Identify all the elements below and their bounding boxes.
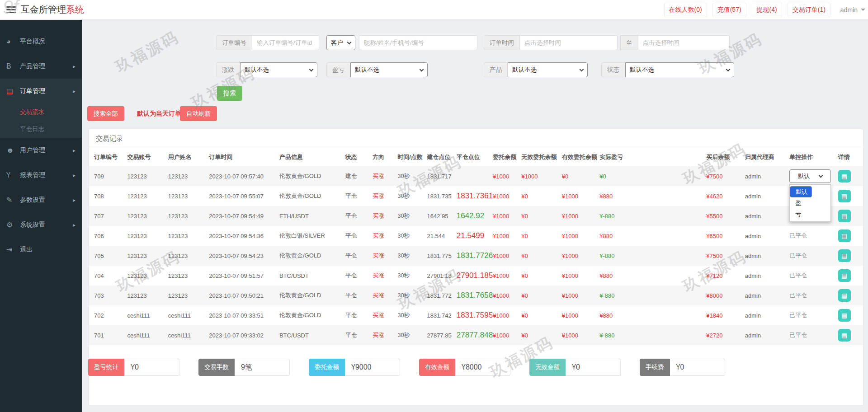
updown-select[interactable]: 默认不选 xyxy=(240,62,317,77)
detail-button[interactable]: ▤ xyxy=(838,249,851,262)
column-header: 无效委托余额 xyxy=(521,148,561,166)
header-link-withdraw[interactable]: 提现(4) xyxy=(752,3,782,17)
list-icon: ▤ xyxy=(841,232,847,239)
column-header: 有效委托余额 xyxy=(562,148,599,166)
customer-type-select[interactable]: 客户 xyxy=(326,35,355,50)
pl-label: 盈亏 xyxy=(326,62,350,77)
detail-button[interactable]: ▤ xyxy=(838,190,851,202)
cell-valid: ¥1000 xyxy=(562,266,599,286)
cell-invalid: ¥0 xyxy=(521,286,561,305)
header-link-trade-orders[interactable]: 交易订单(1) xyxy=(788,3,830,17)
cell-time: 2023-10-07 09:54:49 xyxy=(209,206,279,226)
logout-icon: ⇥ xyxy=(6,245,20,254)
time-start-input[interactable] xyxy=(520,35,618,50)
cell-invalid: ¥0 xyxy=(521,206,561,226)
cell-after: ¥8000 xyxy=(706,286,745,305)
table-header-row: 订单编号交易账号用户姓名订单时间产品信息状态方向时间/点数建仓点位平仓点位委托余… xyxy=(89,148,863,166)
chevron-right-icon: ▸ xyxy=(73,222,75,228)
chevron-right-icon: ▸ xyxy=(73,197,75,203)
sidebar-item-logout[interactable]: ⇥退出 xyxy=(0,237,82,262)
search-button[interactable]: 搜索 xyxy=(217,86,242,101)
detail-button[interactable]: ▤ xyxy=(838,289,851,302)
column-header: 委托余额 xyxy=(493,148,521,166)
cell-duration: 30秒 xyxy=(397,266,427,286)
sidebar-item-parameter-settings[interactable]: ✎参数设置▸ xyxy=(0,187,82,212)
column-header: 用户姓名 xyxy=(168,148,209,166)
hamburger-menu-icon[interactable] xyxy=(6,5,16,14)
detail-button[interactable]: ▤ xyxy=(838,170,851,183)
cell-agent: admin xyxy=(745,186,789,206)
cell-detail: ▤ xyxy=(838,226,863,246)
chevron-down-icon xyxy=(861,9,865,11)
dropdown-option[interactable]: 默认 xyxy=(790,186,812,197)
list-icon: ▤ xyxy=(841,192,847,200)
cell-valid: ¥1000 xyxy=(562,325,599,345)
cell-close: 1831.7726 xyxy=(457,246,493,266)
admin-menu[interactable]: admin xyxy=(838,6,868,14)
cell-entrust: ¥1000 xyxy=(493,246,521,266)
customer-input[interactable] xyxy=(359,35,477,50)
sidebar-item-platform-overview[interactable]: ◕平台概况 xyxy=(0,29,82,54)
sidebar-subitem-trade-flow[interactable]: 交易流水 xyxy=(0,103,82,121)
sidebar-item-product-management[interactable]: Ƀ产品管理▸ xyxy=(0,54,82,79)
detail-button[interactable]: ▤ xyxy=(838,229,851,242)
sidebar-item-system-settings[interactable]: ⚙系统设置▸ xyxy=(0,212,82,237)
sidebar-item-label: 产品管理 xyxy=(20,62,45,70)
cell-direction: 买涨 xyxy=(373,325,397,345)
list-icon: ▤ xyxy=(841,332,847,339)
order-time-label: 订单时间 xyxy=(484,35,520,50)
search-all-button[interactable]: 搜索全部 xyxy=(87,106,124,121)
cell-close: 1642.92 xyxy=(457,206,493,226)
cell-after: ¥1840 xyxy=(706,305,745,325)
cell-detail: ▤ xyxy=(838,305,863,325)
cell-after: ¥5500 xyxy=(706,206,745,226)
dropdown-option[interactable]: 盈 xyxy=(790,197,830,209)
sidebar-item-order-management[interactable]: ▤订单管理▸ xyxy=(0,79,82,103)
status-select[interactable]: 默认不选 xyxy=(625,62,734,77)
sidebar-subitem-close-log[interactable]: 平仓日志 xyxy=(0,121,82,138)
cell-agent: admin xyxy=(745,266,789,286)
column-header: 订单时间 xyxy=(209,148,279,166)
cell-agent: admin xyxy=(745,305,789,325)
detail-button[interactable]: ▤ xyxy=(838,269,851,282)
pl-select[interactable]: 默认不选 xyxy=(350,62,428,77)
control-dropdown: 默认盈亏 xyxy=(789,184,831,222)
cell-product: BTC/USDT xyxy=(279,266,345,286)
cell-duration: 30秒 xyxy=(397,226,427,246)
cell-control: 默认默认盈亏 xyxy=(789,166,838,186)
sidebar-item-label: 订单管理 xyxy=(20,87,45,95)
sidebar-item-report-management[interactable]: ¥报表管理▸ xyxy=(0,163,82,187)
cell-control: 已平仓 xyxy=(789,226,838,246)
summary-label: 无效金额 xyxy=(529,359,566,376)
cell-close: 1831.7361 xyxy=(457,186,493,206)
cell-name: 123123 xyxy=(168,286,209,305)
filter-status: 状态 默认不选 xyxy=(601,62,734,77)
auto-refresh-button[interactable]: 自动刷新 xyxy=(180,106,217,121)
row-control-select[interactable]: 默认 xyxy=(789,169,831,183)
table-row: 7071231231231232023-10-07 09:54:49ETH/US… xyxy=(89,206,863,226)
cell-name: 123123 xyxy=(168,166,209,186)
time-end-input[interactable] xyxy=(638,35,730,50)
cell-time: 2023-10-07 09:57:40 xyxy=(209,166,279,186)
dropdown-option[interactable]: 亏 xyxy=(790,209,830,220)
table-row: 7061231231231232023-10-07 09:54:36伦敦白银/S… xyxy=(89,226,863,246)
product-select[interactable]: 默认不选 xyxy=(508,62,588,77)
detail-button[interactable]: ▤ xyxy=(838,329,851,342)
order-no-input[interactable] xyxy=(252,35,319,50)
cell-invalid: ¥0 xyxy=(521,305,561,325)
top-bar: 互金所管理系统 在线人数(0)充值(57)提现(4)交易订单(1) admin xyxy=(0,0,868,20)
cell-product: 伦敦黄金/GOLD xyxy=(279,305,345,325)
cell-direction: 买涨 xyxy=(373,226,397,246)
panel-title: 交易记录 xyxy=(89,129,863,148)
cell-agent: admin xyxy=(745,226,789,246)
header-link-recharge[interactable]: 充值(57) xyxy=(712,3,746,17)
cell-direction: 买涨 xyxy=(373,206,397,226)
control-selected-value: 默认 xyxy=(798,172,810,180)
filter-updown: 涨跌 默认不选 xyxy=(216,62,317,77)
header-link-online-count[interactable]: 在线人数(0) xyxy=(664,3,707,17)
sidebar-item-user-management[interactable]: ☻用户管理▸ xyxy=(0,138,82,163)
detail-button[interactable]: ▤ xyxy=(838,210,851,222)
detail-button[interactable]: ▤ xyxy=(838,309,851,322)
cell-pl: ¥880 xyxy=(599,226,706,246)
filter-order-time: 订单时间 至 xyxy=(484,35,730,50)
